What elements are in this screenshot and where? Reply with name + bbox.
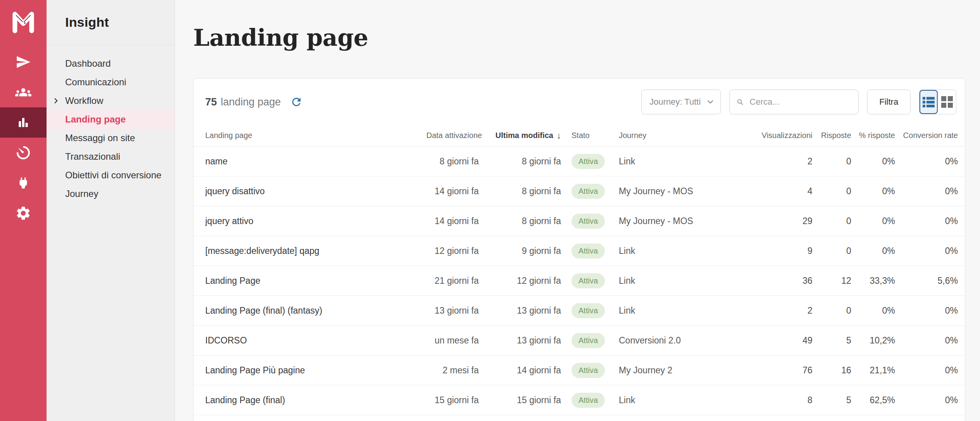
sidebar-item-journey[interactable]: Journey (47, 185, 175, 203)
cell-status: Attiva (561, 303, 619, 318)
cell-status: Attiva (561, 333, 619, 348)
cell-conversion-rate: 5,6% (895, 276, 958, 286)
status-badge: Attiva (571, 184, 605, 199)
list-view-button[interactable] (919, 90, 938, 114)
cell-modified: 8 giorni fa (479, 216, 561, 226)
cell-activation: 14 giorni fa (426, 186, 479, 197)
analytics-icon (16, 115, 31, 130)
cell-responses: 0 (812, 186, 851, 197)
sidebar-item-label: Obiettivi di conversione (65, 170, 161, 181)
cell-views: 9 (745, 246, 812, 256)
cell-modified: 15 giorni fa (479, 395, 561, 405)
grid-view-button[interactable] (938, 90, 956, 114)
table-row[interactable]: Landing Page (final) (fantasy)13 giorni … (194, 296, 965, 326)
cell-views: 4 (745, 186, 812, 197)
send-icon (16, 54, 31, 70)
cell-name: Landing Page (final) (205, 395, 426, 405)
cell-responses: 0 (812, 216, 851, 226)
cell-activation: 13 giorni fa (426, 305, 479, 316)
cell-status: Attiva (561, 184, 619, 199)
column-header--risposte[interactable]: % risposte (851, 131, 895, 140)
rail-nav (0, 47, 47, 228)
sidebar-item-messaggi-on-site[interactable]: Messaggi on site (47, 129, 175, 147)
landing-page-count-label: landing page (221, 96, 281, 108)
sidebar-item-label: Messaggi on site (65, 133, 135, 143)
column-header-journey[interactable]: Journey (619, 131, 745, 140)
rail-item-audience[interactable] (0, 77, 47, 107)
cell-status: Attiva (561, 363, 619, 378)
sidebar-item-label: Transazionali (65, 151, 120, 162)
rail-item-integrations[interactable] (0, 168, 47, 198)
rail-item-send[interactable] (0, 47, 47, 77)
cell-conversion-rate: 0% (895, 246, 958, 256)
cell-response-rate: 21,1% (851, 365, 895, 376)
table-row[interactable]: [message:deliverydate] qapg12 giorni fa9… (194, 236, 965, 266)
table-row[interactable]: IDCORSOun mese fa13 giorni faAttivaConve… (194, 326, 965, 355)
column-header-conversion-rate[interactable]: Conversion rate (895, 131, 958, 140)
integrations-icon (16, 176, 31, 190)
status-badge: Attiva (571, 333, 605, 348)
sidebar-item-workflow[interactable]: Workflow (47, 91, 175, 110)
chevron-right-icon (53, 98, 59, 104)
search-box (729, 90, 859, 114)
sidebar-item-comunicazioni[interactable]: Comunicazioni (47, 73, 175, 91)
rail-item-performance[interactable] (0, 138, 47, 168)
grid-view-icon (941, 96, 953, 108)
table-row[interactable]: jquery disattivo14 giorni fa8 giorni faA… (194, 176, 965, 206)
status-badge: Attiva (571, 154, 605, 169)
cell-views: 29 (745, 216, 812, 226)
cell-status: Attiva (561, 273, 619, 288)
table-row[interactable]: Landing Page Più pagine2 mesi fa14 giorn… (194, 355, 965, 385)
landing-pages-card: 75 landing page Journey: Tutti Filtra (193, 78, 965, 421)
table-body: name8 giorni fa8 giorni faAttivaLink200%… (194, 147, 965, 415)
cell-journey: Link (619, 305, 745, 316)
cell-responses: 5 (812, 335, 851, 346)
sidebar-item-obiettivi-di-conversione[interactable]: Obiettivi di conversione (47, 166, 175, 185)
column-header-data-attivazione[interactable]: Data attivazione (426, 131, 479, 140)
search-input[interactable] (749, 97, 853, 107)
cell-activation: 2 mesi fa (426, 365, 479, 376)
column-header-risposte[interactable]: Risposte (812, 131, 851, 140)
toolbar-controls: Journey: Tutti Filtra (641, 90, 956, 114)
column-header-landing-page[interactable]: Landing page (205, 131, 426, 140)
cell-journey: My Journey - MOS (619, 216, 745, 226)
cell-responses: 12 (812, 276, 851, 286)
icon-rail (0, 0, 47, 421)
column-header-visualizzazioni[interactable]: Visualizzazioni (745, 131, 812, 140)
status-badge: Attiva (571, 273, 605, 288)
status-badge: Attiva (571, 303, 605, 318)
cell-activation: 8 giorni fa (426, 156, 479, 167)
cell-views: 2 (745, 156, 812, 167)
cell-response-rate: 0% (851, 186, 895, 197)
cell-modified: 14 giorni fa (479, 365, 561, 376)
cell-activation: 15 giorni fa (426, 395, 479, 405)
sidebar-item-dashboard[interactable]: Dashboard (47, 54, 175, 73)
cell-journey: Conversioni 2.0 (619, 335, 745, 346)
column-header-stato[interactable]: Stato (561, 131, 619, 140)
sidebar-item-label: Landing page (65, 114, 126, 125)
cell-name: Landing Page (final) (fantasy) (205, 305, 426, 316)
cell-response-rate: 0% (851, 216, 895, 226)
status-badge: Attiva (571, 363, 605, 378)
rail-item-analytics[interactable] (0, 107, 47, 138)
cell-conversion-rate: 0% (895, 395, 958, 405)
filter-button[interactable]: Filtra (867, 90, 911, 114)
cell-journey: Link (619, 156, 745, 167)
refresh-button[interactable] (290, 96, 303, 108)
journey-filter-dropdown[interactable]: Journey: Tutti (641, 90, 721, 114)
cell-responses: 0 (812, 246, 851, 256)
brand-logo[interactable] (0, 0, 47, 45)
table-row[interactable]: Landing Page21 giorni fa12 giorni faAtti… (194, 266, 965, 296)
table-row[interactable]: name8 giorni fa8 giorni faAttivaLink200%… (194, 147, 965, 176)
cell-activation: 14 giorni fa (426, 216, 479, 226)
column-header-ultima-modifica[interactable]: Ultima modifica↓ (479, 131, 561, 140)
table-row[interactable]: Landing Page (final)15 giorni fa15 giorn… (194, 385, 965, 415)
cell-responses: 0 (812, 156, 851, 167)
sidebar-item-landing-page[interactable]: Landing page (47, 110, 175, 129)
cell-responses: 0 (812, 305, 851, 316)
sidebar-item-transazionali[interactable]: Transazionali (47, 147, 175, 166)
cell-status: Attiva (561, 243, 619, 259)
rail-item-settings[interactable] (0, 198, 47, 228)
cell-name: jquery disattivo (205, 186, 426, 197)
table-row[interactable]: jquery attivo14 giorni fa8 giorni faAtti… (194, 206, 965, 236)
